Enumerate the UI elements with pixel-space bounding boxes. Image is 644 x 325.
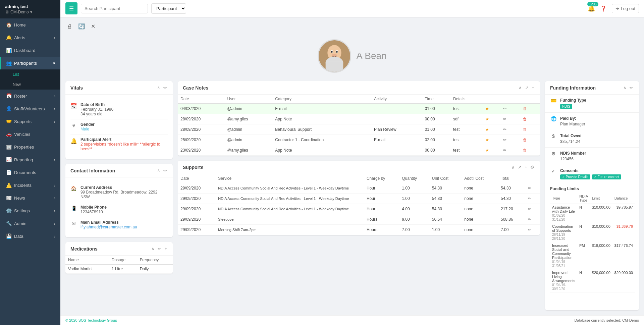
sidebar-item-properties[interactable]: 🏢 Properties: [0, 141, 60, 153]
contact-email-value[interactable]: ifty.ahmed@caremaster.com.au: [80, 225, 137, 229]
funding-limits-table: Type NDIA Type Limit Balance Assistance …: [550, 193, 635, 292]
note-delete-button[interactable]: 🗑: [522, 137, 528, 143]
sidebar-item-data[interactable]: 💾Data ›: [0, 230, 60, 242]
supports-settings-btn[interactable]: ⚙: [530, 164, 535, 170]
note-edit-button[interactable]: ✏: [502, 147, 507, 153]
sidebar-nav: 🏠 Home 🔔Alerts › 📊 Dashboard 👥Participan…: [0, 18, 60, 325]
sidebar-item-reporting[interactable]: 📈Reporting ›: [0, 153, 60, 166]
funding-paid-by-label: Paid By:: [560, 116, 585, 121]
note-edit-button[interactable]: ✏: [502, 126, 507, 132]
staff-icon: 👤: [6, 106, 11, 111]
funding-edit-btn[interactable]: ✏: [629, 85, 634, 91]
note-details: test: [450, 124, 483, 135]
sidebar-sub-item-new[interactable]: New: [0, 79, 60, 90]
sidebar-item-home[interactable]: 🏠 Home: [0, 18, 60, 31]
phone-icon: 📱: [70, 206, 77, 211]
logout-button[interactable]: ➜ Log out: [612, 4, 639, 13]
note-delete-button[interactable]: 🗑: [522, 147, 528, 153]
vitals-collapse-btn[interactable]: ∧: [156, 85, 161, 91]
consent-2-badge: ✓ Future contact: [592, 174, 621, 179]
supports-add-btn[interactable]: +: [524, 164, 528, 170]
sidebar-item-dashboard[interactable]: 📊 Dashboard: [0, 44, 60, 57]
funding-limits-label: Funding Limits: [550, 186, 634, 191]
server-icon: 🖥: [5, 10, 9, 14]
sidebar-item-alerts[interactable]: 🔔Alerts ›: [0, 31, 60, 44]
sidebar-item-staff[interactable]: 👤Staff/Volunteers ›: [0, 102, 60, 115]
note-category: E-mail: [272, 104, 371, 114]
vital-alert-label: Participant Alert: [80, 137, 168, 142]
vitals-edit-btn[interactable]: ✏: [163, 85, 168, 91]
sup-edit-button[interactable]: ✏: [527, 185, 532, 191]
case-notes-expand-btn[interactable]: ↗: [524, 85, 529, 91]
limits-col-ndia: NDIA Type: [577, 193, 590, 204]
vital-dob-age: 34 years old: [80, 112, 113, 116]
vital-gender-label: Gender: [80, 122, 95, 127]
limit-type: Coordination of Supports26/11/19-26/11/2…: [550, 223, 577, 242]
menu-button[interactable]: ☰: [65, 2, 77, 14]
limit-amount: $10,000.00: [590, 223, 612, 242]
note-edit-button[interactable]: ✏: [502, 137, 507, 143]
sup-edit-button[interactable]: ✏: [527, 227, 532, 233]
vitals-title: Vitals: [70, 85, 83, 91]
supports-expand-btn[interactable]: ↗: [517, 164, 522, 170]
sup-edit-button[interactable]: ✏: [527, 196, 532, 202]
contact-collapse-btn[interactable]: ∧: [156, 167, 161, 174]
sidebar-item-settings[interactable]: ⚙️Settings ›: [0, 204, 60, 217]
funding-card: Funding Information ∧ ✏ 💳 Funding Type N…: [545, 81, 639, 310]
sup-edit-button[interactable]: ✏: [527, 206, 532, 212]
sidebar-item-documents[interactable]: 📄 Documents: [0, 166, 60, 179]
close-button[interactable]: ✕: [90, 22, 97, 31]
note-time: 00:00: [422, 145, 450, 156]
note-user: @admin: [224, 104, 272, 114]
sidebar-cm-demo[interactable]: 🖥 CM-Demo ▾: [5, 10, 55, 14]
print-button[interactable]: 🖨: [65, 22, 73, 31]
sidebar-sub-item-list[interactable]: List: [0, 69, 60, 79]
sup-edit-button[interactable]: ✏: [527, 216, 532, 222]
profile-header: A Bean: [65, 36, 639, 76]
note-activity: [371, 114, 422, 124]
note-delete-button[interactable]: 🗑: [522, 126, 528, 132]
case-notes-add-btn[interactable]: +: [531, 85, 535, 91]
ndis-icon: ⚙: [550, 151, 557, 156]
case-notes-body: Date User Category Activity Time Details: [178, 95, 540, 156]
sidebar-item-participants[interactable]: 👥Participants ▾: [0, 57, 60, 69]
contact-address: 🏠 Current Address 99 Broadmeadow Rd, Bro…: [70, 182, 168, 202]
funding-collapse-btn[interactable]: ∧: [623, 85, 627, 91]
supports-collapse-btn[interactable]: ∧: [511, 164, 516, 170]
table-row: 25/09/2020 @admin Contractor 1 - Coordin…: [178, 135, 540, 145]
funding-consents-section: ✓ Consents ✓ Provide Details ✓ Future co…: [545, 165, 639, 183]
medications-title: Medications: [70, 246, 98, 252]
medications-edit-btn[interactable]: ✏: [157, 246, 162, 252]
participant-select[interactable]: Participant: [151, 3, 186, 14]
help-icon[interactable]: ❓: [600, 5, 607, 12]
sidebar-item-vehicles[interactable]: 🚗 Vehicles: [0, 128, 60, 141]
notification-count: 1205: [587, 2, 598, 6]
sidebar-item-supports[interactable]: 🤝Supports ›: [0, 115, 60, 128]
sidebar-item-roster[interactable]: 📅Roster ›: [0, 90, 60, 102]
case-notes-collapse-btn[interactable]: ∧: [518, 85, 523, 91]
limit-type: Increased Social and Community Participa…: [550, 242, 577, 269]
refresh-button[interactable]: 🔄: [77, 22, 86, 31]
check-icon: ✓: [550, 168, 557, 174]
note-edit-button[interactable]: ✏: [502, 106, 507, 112]
vehicles-icon: 🚗: [6, 131, 11, 137]
medications-collapse-btn[interactable]: ∧: [151, 246, 155, 252]
sidebar-item-admin[interactable]: 🔧Admin ›: [0, 217, 60, 230]
sup-total: 7.00: [498, 225, 524, 235]
notes-col-edit: [499, 95, 519, 104]
contact-phone-value: 1234678910: [80, 210, 107, 214]
note-edit-button[interactable]: ✏: [502, 116, 507, 122]
supports-actions: ∧ ↗ + ⚙: [511, 164, 535, 170]
sidebar-item-incidents[interactable]: ⚠️Incidents ›: [0, 179, 60, 192]
sup-unit: 56.54: [429, 214, 462, 225]
medications-add-btn[interactable]: +: [164, 246, 168, 252]
note-delete-button[interactable]: 🗑: [522, 106, 528, 112]
dashboard-icon: 📊: [6, 48, 11, 53]
case-notes-actions: ∧ ↗ +: [518, 85, 535, 91]
sidebar-item-news[interactable]: 📰News ›: [0, 192, 60, 204]
contact-edit-btn[interactable]: ✏: [163, 167, 168, 174]
note-delete-button[interactable]: 🗑: [522, 116, 528, 122]
search-input[interactable]: [81, 4, 148, 13]
notification-bell[interactable]: 🔔 1205: [588, 5, 595, 12]
data-icon: 💾: [6, 233, 11, 239]
